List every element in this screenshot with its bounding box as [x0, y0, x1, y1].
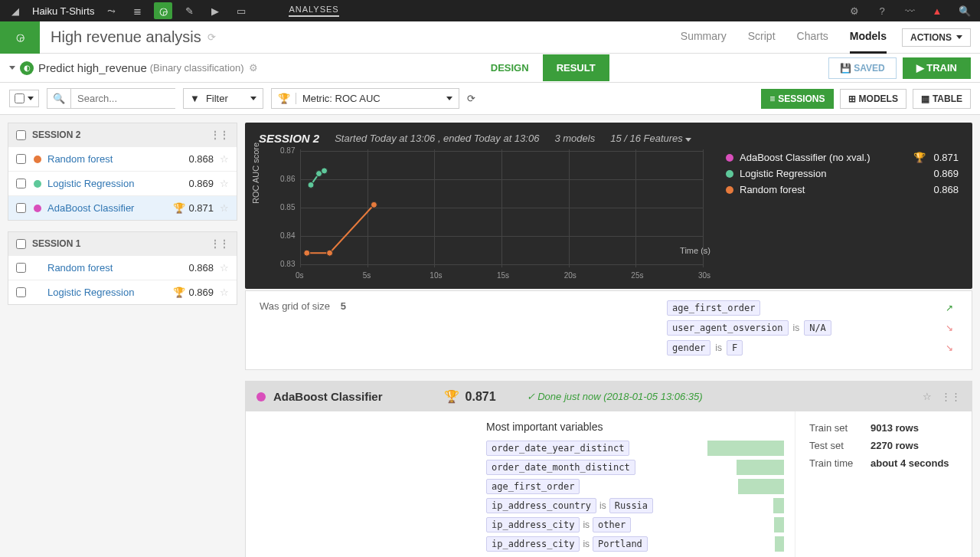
- check-all[interactable]: [9, 90, 39, 107]
- caret-down-icon: [28, 97, 34, 100]
- view-models[interactable]: ⊞ MODELS: [840, 89, 906, 109]
- drag-icon[interactable]: ⋮⋮: [941, 391, 961, 402]
- drag-icon[interactable]: ⋮⋮: [211, 238, 229, 249]
- session-card: SESSION 2⋮⋮Random forest0.868☆Logistic R…: [8, 123, 237, 221]
- session-model-row[interactable]: Random forest0.868☆: [8, 255, 237, 280]
- trophy-icon: 🏆: [444, 389, 459, 404]
- grid-size-value: 5: [341, 300, 346, 312]
- caret-down-icon: [250, 97, 256, 100]
- grid-size-label: Was grid of size: [260, 300, 330, 312]
- sidebar: SESSION 2⋮⋮Random forest0.868☆Logistic R…: [8, 123, 237, 557]
- legend-row[interactable]: Random forest0.868: [726, 182, 959, 198]
- model-name-link[interactable]: Logistic Regression: [47, 287, 173, 298]
- chart-legend: AdaBoost Classifier (no xval.)🏆0.871Logi…: [726, 149, 959, 280]
- star-icon[interactable]: ☆: [923, 391, 932, 402]
- trend-icon: ↗: [946, 303, 958, 313]
- session-model-row[interactable]: Random forest0.868☆: [8, 146, 237, 171]
- legend-row[interactable]: AdaBoost Classifier (no xval.)🏆0.871: [726, 149, 959, 165]
- saved-button[interactable]: 💾 SAVED: [828, 57, 897, 79]
- legend-name: Random forest: [740, 184, 926, 195]
- actions-dropdown[interactable]: ACTIONS: [902, 28, 971, 47]
- section-label: ANALYSES: [289, 5, 338, 17]
- svg-point-0: [304, 250, 310, 256]
- stat-label: Train time: [809, 457, 871, 469]
- session-checkbox[interactable]: [16, 130, 26, 140]
- settings-icon[interactable]: ⚙: [845, 2, 864, 19]
- session-model-row[interactable]: Logistic Regression0.869☆: [8, 171, 237, 195]
- model-name-link[interactable]: Random forest: [47, 153, 188, 165]
- check-all-box[interactable]: [15, 93, 24, 103]
- model-checkbox[interactable]: [16, 287, 26, 297]
- play-icon[interactable]: ▶: [206, 2, 224, 19]
- model-checkbox[interactable]: [16, 154, 26, 164]
- grid-features: age_first_order↗user_agent_osversionisN/…: [667, 300, 958, 360]
- expand-icon[interactable]: [9, 66, 15, 70]
- title-refresh-icon[interactable]: ⟳: [207, 31, 216, 43]
- analysis-logo-icon[interactable]: ◶: [0, 21, 40, 54]
- drag-icon[interactable]: ⋮⋮: [211, 129, 229, 140]
- metric-dropdown[interactable]: 🏆 Metric: ROC AUC: [271, 88, 459, 109]
- alert-icon[interactable]: ▲: [928, 2, 946, 19]
- legend-score: 0.869: [933, 168, 959, 179]
- train-button[interactable]: ▶ TRAIN: [903, 57, 971, 79]
- help-icon[interactable]: ?: [873, 2, 891, 19]
- legend-name: Logistic Regression: [740, 168, 926, 179]
- chart-features-meta[interactable]: 15 / 16 Features: [610, 133, 691, 144]
- session-model-row[interactable]: AdaBoost Classifier🏆0.871☆: [8, 195, 237, 220]
- tab-design[interactable]: DESIGN: [477, 54, 543, 81]
- star-icon[interactable]: ☆: [220, 178, 229, 189]
- chart-area: ROC AUC score Time (s) 0.830.840.850.860…: [259, 149, 710, 280]
- model-name-link[interactable]: AdaBoost Classifier: [47, 202, 173, 214]
- svg-point-3: [308, 182, 314, 188]
- lab-icon[interactable]: ◶: [154, 2, 172, 19]
- activity-icon[interactable]: 〰: [900, 2, 919, 19]
- refresh-icon[interactable]: ⟳: [467, 93, 475, 104]
- project-name[interactable]: Haiku T-Shirts: [32, 5, 94, 17]
- filter-icon: ▼: [190, 93, 200, 104]
- train-label: TRAIN: [926, 62, 957, 74]
- metric-label: Metric: ROC AUC: [302, 93, 440, 104]
- importance-row: ip_address_cityisother: [486, 517, 784, 532]
- importance-title: Most important variables: [486, 421, 784, 433]
- trophy-icon: 🏆: [173, 287, 185, 298]
- model-name-link[interactable]: Logistic Regression: [47, 178, 188, 189]
- search-icon[interactable]: 🔍: [956, 2, 974, 19]
- main: SESSION 2⋮⋮Random forest0.868☆Logistic R…: [0, 115, 980, 557]
- flow-icon[interactable]: ⤳: [102, 2, 120, 19]
- svg-point-5: [322, 168, 328, 174]
- chart-models-meta: 3 models: [554, 133, 595, 144]
- model-checkbox[interactable]: [16, 263, 26, 273]
- analysis-settings-icon[interactable]: ⚙: [249, 62, 258, 74]
- view-table[interactable]: ▦ TABLE: [913, 89, 971, 109]
- dashboard-icon[interactable]: ▭: [232, 2, 250, 19]
- session-checkbox[interactable]: [16, 239, 26, 249]
- legend-row[interactable]: Logistic Regression0.869: [726, 165, 959, 182]
- trophy-icon: 🏆: [278, 93, 296, 104]
- caret-down-icon: [446, 97, 452, 100]
- star-icon[interactable]: ☆: [220, 262, 229, 274]
- tab-models[interactable]: Models: [850, 21, 887, 54]
- view-sessions[interactable]: ≡ SESSIONS: [761, 89, 833, 109]
- filter-dropdown[interactable]: ▼ Filter: [183, 88, 263, 109]
- model-checkbox[interactable]: [16, 179, 26, 188]
- importance-bar: [775, 536, 784, 552]
- star-icon[interactable]: ☆: [220, 153, 229, 165]
- tab-charts[interactable]: Charts: [797, 21, 828, 54]
- datasets-icon[interactable]: ≣: [128, 2, 146, 19]
- importance-bar: [737, 460, 784, 475]
- star-icon[interactable]: ☆: [220, 202, 229, 214]
- star-icon[interactable]: ☆: [220, 287, 229, 298]
- app-logo-icon[interactable]: ◢: [6, 2, 24, 19]
- content: SESSION 2 Started Today at 13:06 , ended…: [245, 123, 972, 557]
- edit-icon[interactable]: ✎: [180, 2, 198, 19]
- model-score: 0.868: [188, 153, 214, 165]
- tab-result[interactable]: RESULT: [543, 54, 609, 81]
- tab-summary[interactable]: Summary: [681, 21, 727, 54]
- tab-script[interactable]: Script: [748, 21, 776, 54]
- importance-row: order_date_month_distinct: [486, 460, 784, 475]
- model-checkbox[interactable]: [16, 203, 26, 213]
- importance-row: ip_address_countryisRussia: [486, 498, 784, 513]
- saved-label: SAVED: [854, 63, 884, 74]
- model-name-link[interactable]: Random forest: [47, 262, 188, 274]
- session-model-row[interactable]: Logistic Regression🏆0.869☆: [8, 280, 237, 304]
